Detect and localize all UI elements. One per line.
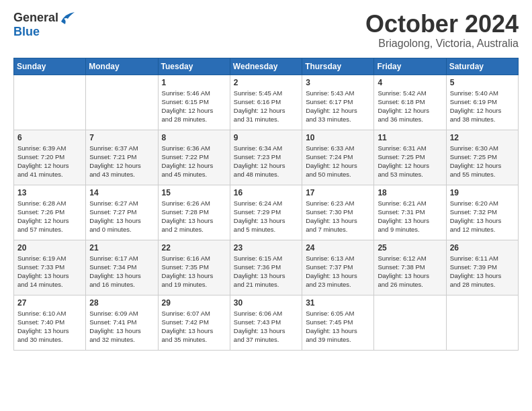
- calendar-cell: 30Sunrise: 6:06 AM Sunset: 7:43 PM Dayli…: [230, 295, 302, 350]
- day-info: Sunrise: 6:09 AM Sunset: 7:41 PM Dayligh…: [89, 309, 154, 345]
- day-info: Sunrise: 6:16 AM Sunset: 7:35 PM Dayligh…: [162, 254, 226, 289]
- calendar-cell: 8Sunrise: 6:36 AM Sunset: 7:22 PM Daylig…: [158, 130, 230, 185]
- weekday-header-row: SundayMondayTuesdayWednesdayThursdayFrid…: [14, 58, 519, 75]
- day-info: Sunrise: 6:10 AM Sunset: 7:40 PM Dayligh…: [17, 309, 82, 345]
- day-number: 5: [450, 78, 515, 87]
- calendar-cell: 14Sunrise: 6:27 AM Sunset: 7:27 PM Dayli…: [86, 185, 158, 240]
- calendar-cell: 9Sunrise: 6:34 AM Sunset: 7:23 PM Daylig…: [230, 130, 302, 185]
- day-number: 3: [306, 78, 370, 87]
- calendar-cell: 31Sunrise: 6:05 AM Sunset: 7:45 PM Dayli…: [302, 295, 374, 350]
- calendar-cell: 21Sunrise: 6:17 AM Sunset: 7:34 PM Dayli…: [86, 240, 158, 295]
- day-number: 20: [17, 243, 82, 253]
- day-info: Sunrise: 6:12 AM Sunset: 7:38 PM Dayligh…: [378, 254, 442, 289]
- day-info: Sunrise: 6:27 AM Sunset: 7:27 PM Dayligh…: [89, 199, 154, 234]
- calendar-cell: [374, 295, 446, 350]
- day-info: Sunrise: 6:05 AM Sunset: 7:45 PM Dayligh…: [306, 309, 370, 345]
- day-number: 9: [234, 133, 298, 142]
- calendar-cell: 26Sunrise: 6:11 AM Sunset: 7:39 PM Dayli…: [446, 240, 518, 295]
- day-info: Sunrise: 6:37 AM Sunset: 7:21 PM Dayligh…: [89, 144, 154, 179]
- calendar-cell: 10Sunrise: 6:33 AM Sunset: 7:24 PM Dayli…: [302, 130, 374, 185]
- day-number: 31: [306, 298, 370, 308]
- day-info: Sunrise: 6:20 AM Sunset: 7:32 PM Dayligh…: [450, 199, 515, 234]
- day-info: Sunrise: 5:42 AM Sunset: 6:18 PM Dayligh…: [378, 89, 442, 124]
- calendar-week-row: 13Sunrise: 6:28 AM Sunset: 7:26 PM Dayli…: [14, 185, 519, 240]
- calendar-cell: 3Sunrise: 5:43 AM Sunset: 6:17 PM Daylig…: [302, 75, 374, 130]
- day-info: Sunrise: 6:39 AM Sunset: 7:20 PM Dayligh…: [17, 144, 82, 179]
- day-info: Sunrise: 6:06 AM Sunset: 7:43 PM Dayligh…: [234, 309, 298, 345]
- logo-blue-text: Blue: [13, 25, 40, 39]
- day-info: Sunrise: 6:07 AM Sunset: 7:42 PM Dayligh…: [162, 309, 226, 345]
- day-number: 21: [89, 243, 154, 253]
- weekday-header-saturday: Saturday: [446, 58, 518, 75]
- calendar-header: SundayMondayTuesdayWednesdayThursdayFrid…: [14, 58, 519, 75]
- calendar-cell: 23Sunrise: 6:15 AM Sunset: 7:36 PM Dayli…: [230, 240, 302, 295]
- month-title: October 2024: [365, 11, 519, 38]
- day-number: 1: [162, 78, 226, 87]
- weekday-header-thursday: Thursday: [302, 58, 374, 75]
- day-number: 11: [378, 133, 442, 142]
- calendar-cell: 7Sunrise: 6:37 AM Sunset: 7:21 PM Daylig…: [86, 130, 158, 185]
- calendar-cell: 25Sunrise: 6:12 AM Sunset: 7:38 PM Dayli…: [374, 240, 446, 295]
- day-number: 6: [17, 133, 82, 142]
- day-number: 26: [450, 243, 515, 253]
- calendar-cell: 17Sunrise: 6:23 AM Sunset: 7:30 PM Dayli…: [302, 185, 374, 240]
- calendar-table: SundayMondayTuesdayWednesdayThursdayFrid…: [13, 58, 519, 351]
- day-number: 10: [306, 133, 370, 142]
- calendar-week-row: 20Sunrise: 6:19 AM Sunset: 7:33 PM Dayli…: [14, 240, 519, 295]
- location-title: Briagolong, Victoria, Australia: [365, 38, 519, 50]
- day-info: Sunrise: 5:40 AM Sunset: 6:19 PM Dayligh…: [450, 89, 515, 124]
- day-info: Sunrise: 6:24 AM Sunset: 7:29 PM Dayligh…: [234, 199, 298, 234]
- calendar-cell: 11Sunrise: 6:31 AM Sunset: 7:25 PM Dayli…: [374, 130, 446, 185]
- day-number: 19: [450, 188, 515, 197]
- day-number: 18: [378, 188, 442, 197]
- header: General Blue October 2024 Briagolong, Vi…: [13, 11, 519, 50]
- weekday-header-monday: Monday: [86, 58, 158, 75]
- day-number: 7: [89, 133, 154, 142]
- day-info: Sunrise: 6:11 AM Sunset: 7:39 PM Dayligh…: [450, 254, 515, 289]
- day-number: 29: [162, 298, 226, 308]
- day-number: 14: [89, 188, 154, 197]
- day-number: 30: [234, 298, 298, 308]
- day-info: Sunrise: 6:36 AM Sunset: 7:22 PM Dayligh…: [162, 144, 226, 179]
- logo-general-text: General: [13, 11, 58, 25]
- calendar-week-row: 6Sunrise: 6:39 AM Sunset: 7:20 PM Daylig…: [14, 130, 519, 185]
- calendar-cell: 15Sunrise: 6:26 AM Sunset: 7:28 PM Dayli…: [158, 185, 230, 240]
- calendar-cell: 1Sunrise: 5:46 AM Sunset: 6:15 PM Daylig…: [158, 75, 230, 130]
- day-number: 23: [234, 243, 298, 253]
- day-info: Sunrise: 6:26 AM Sunset: 7:28 PM Dayligh…: [162, 199, 226, 234]
- calendar-cell: 19Sunrise: 6:20 AM Sunset: 7:32 PM Dayli…: [446, 185, 518, 240]
- calendar-cell: 18Sunrise: 6:21 AM Sunset: 7:31 PM Dayli…: [374, 185, 446, 240]
- day-number: 13: [17, 188, 82, 197]
- calendar-week-row: 27Sunrise: 6:10 AM Sunset: 7:40 PM Dayli…: [14, 295, 519, 350]
- day-info: Sunrise: 6:30 AM Sunset: 7:25 PM Dayligh…: [450, 144, 515, 179]
- calendar-cell: 20Sunrise: 6:19 AM Sunset: 7:33 PM Dayli…: [14, 240, 86, 295]
- calendar-cell: 5Sunrise: 5:40 AM Sunset: 6:19 PM Daylig…: [446, 75, 518, 130]
- day-number: 27: [17, 298, 82, 308]
- day-info: Sunrise: 6:19 AM Sunset: 7:33 PM Dayligh…: [17, 254, 82, 289]
- weekday-header-tuesday: Tuesday: [158, 58, 230, 75]
- day-info: Sunrise: 6:28 AM Sunset: 7:26 PM Dayligh…: [17, 199, 82, 234]
- title-area: October 2024 Briagolong, Victoria, Austr…: [365, 11, 519, 50]
- calendar-cell: [446, 295, 518, 350]
- day-info: Sunrise: 5:45 AM Sunset: 6:16 PM Dayligh…: [234, 89, 298, 124]
- day-number: 8: [162, 133, 226, 142]
- calendar-cell: 27Sunrise: 6:10 AM Sunset: 7:40 PM Dayli…: [14, 295, 86, 350]
- day-info: Sunrise: 6:34 AM Sunset: 7:23 PM Dayligh…: [234, 144, 298, 179]
- day-number: 25: [378, 243, 442, 253]
- calendar-cell: [14, 75, 86, 130]
- day-number: 4: [378, 78, 442, 87]
- day-info: Sunrise: 6:21 AM Sunset: 7:31 PM Dayligh…: [378, 199, 442, 234]
- weekday-header-friday: Friday: [374, 58, 446, 75]
- day-info: Sunrise: 6:31 AM Sunset: 7:25 PM Dayligh…: [378, 144, 442, 179]
- day-info: Sunrise: 6:23 AM Sunset: 7:30 PM Dayligh…: [306, 199, 370, 234]
- calendar-cell: 2Sunrise: 5:45 AM Sunset: 6:16 PM Daylig…: [230, 75, 302, 130]
- day-number: 22: [162, 243, 226, 253]
- calendar-week-row: 1Sunrise: 5:46 AM Sunset: 6:15 PM Daylig…: [14, 75, 519, 130]
- day-number: 17: [306, 188, 370, 197]
- day-info: Sunrise: 6:13 AM Sunset: 7:37 PM Dayligh…: [306, 254, 370, 289]
- calendar-cell: 28Sunrise: 6:09 AM Sunset: 7:41 PM Dayli…: [86, 295, 158, 350]
- day-number: 12: [450, 133, 515, 142]
- calendar-body: 1Sunrise: 5:46 AM Sunset: 6:15 PM Daylig…: [14, 75, 519, 350]
- day-info: Sunrise: 6:15 AM Sunset: 7:36 PM Dayligh…: [234, 254, 298, 289]
- calendar-cell: [86, 75, 158, 130]
